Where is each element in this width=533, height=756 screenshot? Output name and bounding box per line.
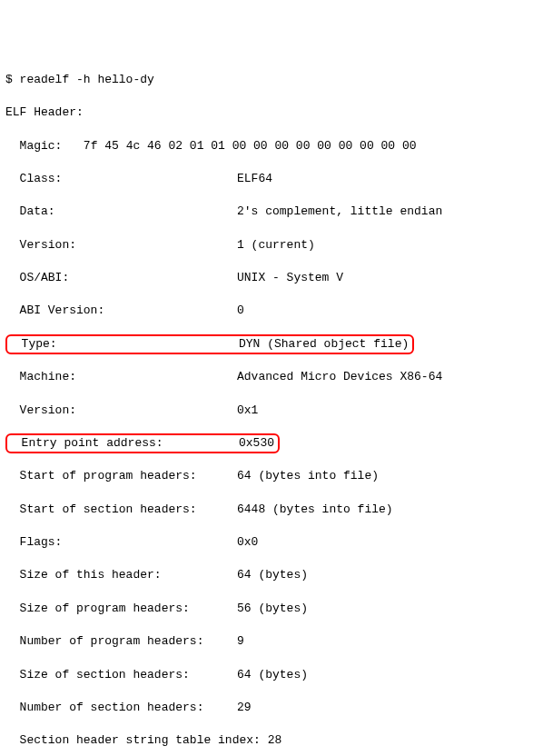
elf-size-program-headers: Size of program headers:56 (bytes): [5, 601, 528, 617]
elf-version: Version:1 (current): [5, 237, 528, 254]
elf-type-highlight: Type:DYN (Shared object file): [5, 334, 414, 354]
value: Advanced Micro Devices X86-64: [237, 369, 442, 385]
label: Entry point address:: [7, 435, 239, 452]
elf-entry-highlight: Entry point address:0x530: [5, 433, 280, 453]
elf-osabi: OS/ABI:UNIX - System V: [5, 270, 528, 286]
elf-class: Class:ELF64: [5, 171, 528, 187]
elf-version2: Version:0x1: [5, 403, 528, 419]
value: 1 (current): [237, 237, 315, 254]
value: 9: [237, 633, 244, 650]
value: DYN (Shared object file): [239, 336, 409, 353]
value: ELF64: [237, 171, 272, 187]
label: Magic:: [5, 139, 84, 153]
value: 64 (bytes): [237, 667, 308, 683]
value: 28: [268, 733, 282, 747]
label: Version:: [5, 237, 237, 254]
label: Data:: [5, 204, 237, 220]
elf-abi-version: ABI Version:0: [5, 303, 528, 319]
label: Size of program headers:: [5, 601, 237, 617]
value: 0x0: [237, 534, 258, 551]
value: 7f 45 4c 46 02 01 01 00 00 00 00 00 00 0…: [84, 139, 423, 153]
elf-start-program-headers: Start of program headers:64 (bytes into …: [5, 468, 528, 484]
value: 0x1: [237, 403, 258, 419]
elf-data: Data:2's complement, little endian: [5, 204, 528, 220]
label: Number of program headers:: [5, 633, 237, 650]
value: UNIX - System V: [237, 270, 343, 286]
elf-machine: Machine:Advanced Micro Devices X86-64: [5, 369, 528, 385]
label: ABI Version:: [5, 303, 237, 319]
elf-flags: Flags:0x0: [5, 534, 528, 551]
label: Flags:: [5, 534, 237, 551]
value: 6448 (bytes into file): [237, 502, 393, 518]
label: Version:: [5, 403, 237, 419]
elf-num-section-headers: Number of section headers:29: [5, 700, 528, 716]
value: 64 (bytes into file): [237, 468, 379, 484]
value: 0x530: [239, 435, 274, 452]
label: Section header string table index:: [5, 733, 261, 747]
elf-magic: Magic: 7f 45 4c 46 02 01 01 00 00 00 00 …: [5, 138, 528, 154]
elf-size-this-header: Size of this header:64 (bytes): [5, 567, 528, 583]
label: Start of program headers:: [5, 468, 237, 484]
value: 64 (bytes): [237, 567, 308, 583]
value: 2's complement, little endian: [237, 204, 442, 220]
label: Type:: [7, 336, 239, 353]
elf-size-section-headers: Size of section headers:64 (bytes): [5, 667, 528, 683]
label: Class:: [5, 171, 237, 187]
value: 0: [237, 303, 244, 319]
elf-start-section-headers: Start of section headers:6448 (bytes int…: [5, 502, 528, 518]
label: Machine:: [5, 369, 237, 385]
elf-shstrtab-index: Section header string table index: 28: [5, 732, 528, 749]
elf-num-program-headers: Number of program headers:9: [5, 633, 528, 650]
label: Size of this header:: [5, 567, 237, 583]
label: Start of section headers:: [5, 502, 237, 518]
elf-header-title: ELF Header:: [5, 104, 528, 121]
value: 29: [237, 700, 252, 716]
cmd-readelf: $ readelf -h hello-dy: [5, 72, 528, 88]
value: 56 (bytes): [237, 601, 308, 617]
label: OS/ABI:: [5, 270, 237, 286]
label: Number of section headers:: [5, 700, 237, 716]
label: Size of section headers:: [5, 667, 237, 683]
